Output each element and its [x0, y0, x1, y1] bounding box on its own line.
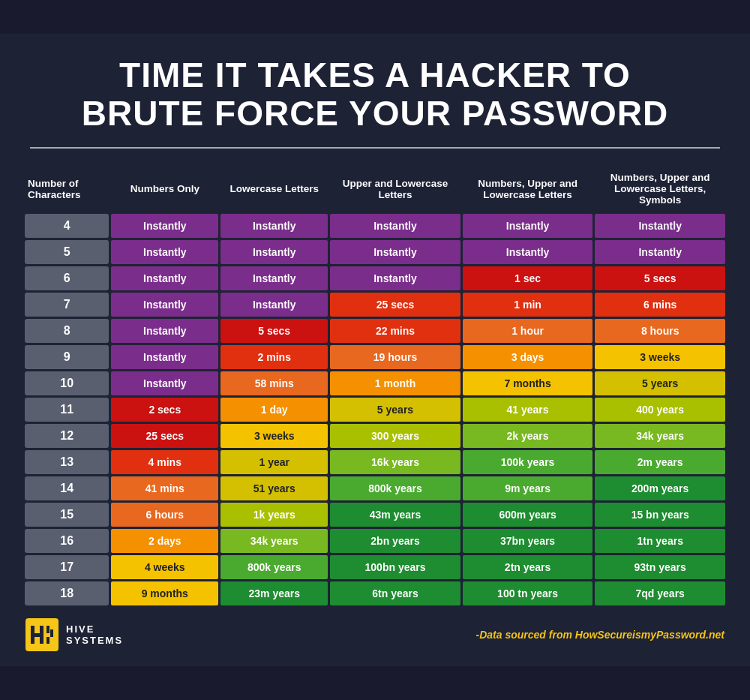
num-cell: Instantly [111, 345, 218, 369]
svg-rect-2 [31, 633, 40, 637]
num-cell: 2 secs [111, 398, 218, 422]
upper-lower-cell: 43m years [330, 503, 460, 527]
svg-rect-3 [40, 626, 44, 644]
num-cell: 4 mins [111, 450, 218, 474]
upper-lower-cell: 1 month [330, 371, 460, 395]
divider [30, 147, 720, 149]
num-ul-sym-cell: 93tn years [595, 555, 725, 579]
num-ul-sym-cell: 5 years [595, 371, 725, 395]
lower-cell: 23m years [220, 581, 328, 605]
num-ul-sym-cell: 5 secs [595, 266, 725, 290]
chars-cell: 9 [25, 345, 109, 369]
table-row: 189 months23m years6tn years100 tn years… [25, 581, 725, 605]
data-source-text: -Data sourced from HowSecureismyPassword… [476, 629, 724, 641]
upper-lower-cell: 22 mins [330, 319, 460, 343]
col-header-nuls: Numbers, Upper and Lowercase Letters, Sy… [595, 166, 725, 212]
table-row: 10Instantly58 mins1 month7 months5 years [25, 371, 725, 395]
table-row: 8Instantly5 secs22 mins1 hour8 hours [25, 319, 725, 343]
upper-lower-cell: 300 years [330, 424, 460, 448]
table-row: 134 mins1 year16k years100k years2m year… [25, 450, 725, 474]
num-ul-cell: 2k years [463, 424, 593, 448]
chars-cell: 4 [25, 214, 109, 238]
upper-lower-cell: Instantly [330, 214, 460, 238]
upper-lower-cell: 19 hours [330, 345, 460, 369]
hive-icon [26, 618, 58, 651]
lower-cell: 3 weeks [220, 424, 328, 448]
num-ul-sym-cell: 34k years [595, 424, 725, 448]
table-header-row: Number of Characters Numbers Only Lowerc… [25, 166, 725, 212]
num-ul-cell: 7 months [463, 371, 593, 395]
num-ul-cell: 9m years [463, 476, 593, 500]
lower-cell: Instantly [220, 293, 328, 317]
num-cell: 41 mins [111, 476, 218, 500]
num-ul-cell: Instantly [463, 240, 593, 264]
num-ul-sym-cell: 200m years [595, 476, 725, 500]
num-ul-cell: 600m years [463, 503, 593, 527]
upper-lower-cell: Instantly [330, 266, 460, 290]
num-ul-cell: 100k years [463, 450, 593, 474]
upper-lower-cell: 25 secs [330, 293, 460, 317]
num-ul-sym-cell: 1tn years [595, 529, 725, 553]
num-ul-sym-cell: 2m years [595, 450, 725, 474]
lower-cell: 1k years [220, 503, 328, 527]
lower-cell: 5 secs [220, 319, 328, 343]
num-ul-cell: 1 hour [463, 319, 593, 343]
lower-cell: 1 day [220, 398, 328, 422]
upper-lower-cell: 6tn years [330, 581, 460, 605]
chars-cell: 13 [25, 450, 109, 474]
hive-logo: HIVE SYSTEMS [26, 618, 123, 651]
num-ul-cell: 1 min [463, 293, 593, 317]
num-ul-cell: Instantly [463, 214, 593, 238]
num-cell: Instantly [111, 266, 218, 290]
num-cell: Instantly [111, 214, 218, 238]
password-table: Number of Characters Numbers Only Lowerc… [22, 164, 728, 608]
lower-cell: 58 mins [220, 371, 328, 395]
num-cell: Instantly [111, 240, 218, 264]
num-ul-sym-cell: 7qd years [595, 581, 725, 605]
svg-rect-4 [46, 626, 50, 633]
col-header-ul: Upper and Lowercase Letters [330, 166, 460, 212]
num-ul-sym-cell: 3 weeks [595, 345, 725, 369]
num-ul-sym-cell: 8 hours [595, 319, 725, 343]
lower-cell: Instantly [220, 214, 328, 238]
chars-cell: 10 [25, 371, 109, 395]
chars-cell: 18 [25, 581, 109, 605]
table-row: 6InstantlyInstantlyInstantly1 sec5 secs [25, 266, 725, 290]
upper-lower-cell: Instantly [330, 240, 460, 264]
table-row: 112 secs1 day5 years41 years400 years [25, 398, 725, 422]
table-row: 4InstantlyInstantlyInstantlyInstantlyIns… [25, 214, 725, 238]
table-row: 1441 mins51 years800k years9m years200m … [25, 476, 725, 500]
num-ul-cell: 100 tn years [463, 581, 593, 605]
num-cell: 9 months [111, 581, 218, 605]
upper-lower-cell: 16k years [330, 450, 460, 474]
card: TIME IT TAKES A HACKER TO BRUTE FORCE YO… [0, 34, 750, 666]
page-title: TIME IT TAKES A HACKER TO BRUTE FORCE YO… [22, 56, 728, 132]
chars-cell: 5 [25, 240, 109, 264]
chars-cell: 16 [25, 529, 109, 553]
footer: HIVE SYSTEMS -Data sourced from HowSecur… [22, 618, 728, 651]
svg-rect-5 [50, 629, 53, 637]
lower-cell: 2 mins [220, 345, 328, 369]
lower-cell: 1 year [220, 450, 328, 474]
num-ul-cell: 1 sec [463, 266, 593, 290]
lower-cell: Instantly [220, 266, 328, 290]
svg-rect-6 [46, 637, 50, 644]
num-ul-sym-cell: 15 bn years [595, 503, 725, 527]
chars-cell: 7 [25, 293, 109, 317]
num-cell: Instantly [111, 371, 218, 395]
chars-cell: 12 [25, 424, 109, 448]
num-cell: 2 days [111, 529, 218, 553]
upper-lower-cell: 5 years [330, 398, 460, 422]
table-row: 9Instantly2 mins19 hours3 days3 weeks [25, 345, 725, 369]
chars-cell: 15 [25, 503, 109, 527]
num-cell: 25 secs [111, 424, 218, 448]
chars-cell: 17 [25, 555, 109, 579]
chars-cell: 11 [25, 398, 109, 422]
col-header-nul: Numbers, Upper and Lowercase Letters [463, 166, 593, 212]
col-header-num: Numbers Only [111, 166, 218, 212]
chars-cell: 6 [25, 266, 109, 290]
lower-cell: 800k years [220, 555, 328, 579]
lower-cell: 51 years [220, 476, 328, 500]
upper-lower-cell: 2bn years [330, 529, 460, 553]
table-row: 162 days34k years2bn years37bn years1tn … [25, 529, 725, 553]
